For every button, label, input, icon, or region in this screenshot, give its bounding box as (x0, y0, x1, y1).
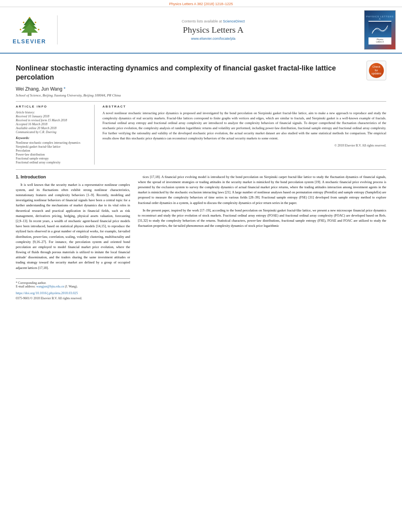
copyright-notice: © 2018 Elsevier B.V. All rights reserved… (102, 144, 386, 147)
elsevier-brand-text: ELSEVIER (13, 38, 46, 44)
svg-point-4 (23, 22, 24, 23)
section1-para2-right: tices [17,18]. A financial price evolvin… (138, 174, 386, 206)
authors-line: Wei Zhang, Jun Wang * (16, 86, 386, 92)
keyword-3: Percolation (16, 149, 89, 152)
svg-point-6 (20, 29, 21, 30)
keyword-5: Fractional sample entropy (16, 157, 89, 160)
svg-point-7 (38, 29, 39, 30)
section1-para3-right: In the present paper, inspired by the wo… (138, 208, 386, 229)
abstract-text: A novel nonlinear stochastic interacting… (102, 111, 386, 141)
email-link[interactable]: wangjun@bjtu.edu.cn (36, 285, 64, 288)
keyword-2: Sierpinski gasket fractal-like lattice (16, 145, 89, 148)
journal-header: ELSEVIER Contents lists available at Sci… (0, 7, 402, 54)
journal-center-info: Contents lists available at ScienceDirec… (62, 19, 364, 41)
received-date: Received 10 January 2018 (16, 115, 89, 118)
logo-area: ELSEVIER (6, 15, 58, 44)
available-date: Available online 20 March 2018 (16, 126, 89, 130)
sciencedirect-link[interactable]: ScienceDirect (223, 19, 245, 23)
keywords-label: Keywords: (16, 136, 89, 140)
communicated-by: Communicated by C.R. Doering (16, 130, 89, 134)
journal-cover-image: PHYSICS LETTERS A PhysicsLetters A (364, 10, 396, 50)
journal-ref: Physics Letters A 382 (2018) 1218–1225 (169, 2, 233, 6)
article-info-header: ARTICLE INFO (16, 105, 89, 108)
abstract-header: ABSTRACT (102, 105, 386, 108)
svg-point-8 (29, 17, 30, 19)
footnote-email: E-mail address: wangjun@bjtu.edu.cn (J. … (16, 285, 130, 288)
author-names: Wei Zhang, Jun Wang * (16, 86, 65, 92)
section-divider (16, 169, 386, 170)
section1-para1: It is well known that the security marke… (16, 182, 130, 271)
top-banner: Physics Letters A 382 (2018) 1218–1225 (0, 0, 402, 7)
history-label: Article history: (16, 111, 89, 114)
footnote-corresponding: * Corresponding author. (16, 281, 130, 285)
keyword-1: Nonlinear stochastic complex interacting… (16, 141, 89, 145)
issn-text: 0375-9601/© 2018 Elsevier B.V. All right… (16, 297, 82, 300)
paper-title: Nonlinear stochastic interacting dynamic… (16, 64, 386, 82)
keyword-4: Power-law distribution (16, 153, 89, 156)
journal-title: Physics Letters A (62, 25, 364, 35)
contents-label: Contents lists available at (182, 19, 222, 23)
doi-link[interactable]: https://doi.org/10.1016/j.physleta.2018.… (16, 291, 78, 295)
check-for-updates-badge: Checkforupdates (367, 61, 386, 80)
accepted-date: Accepted 16 March 2018 (16, 122, 89, 126)
received-revised-date: Received in revised form 15 March 2018 (16, 119, 89, 122)
keyword-6: Fractional ordinal array complexity (16, 161, 89, 164)
svg-point-5 (35, 22, 36, 23)
affiliation-text: School of Science, Beijing Jiaotong Univ… (16, 93, 386, 97)
journal-www[interactable]: www.elsevier.com/locate/pla (62, 37, 364, 41)
elsevier-tree-icon (16, 15, 43, 37)
section1-title: 1. Introduction (16, 174, 130, 179)
